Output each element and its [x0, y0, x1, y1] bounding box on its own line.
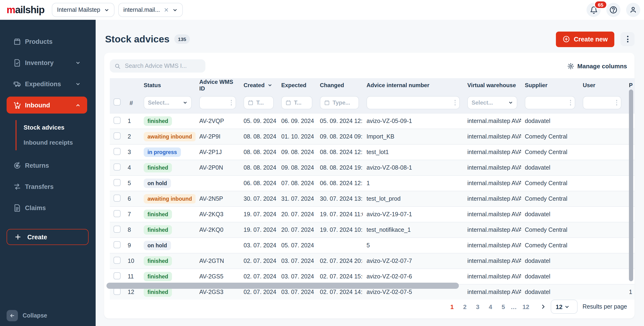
- sidebar-item-claims[interactable]: Claims: [6, 199, 87, 216]
- table-row[interactable]: 7finishedAV-2KQ319. 07. 202420. 07. 2024…: [110, 206, 634, 222]
- table-row[interactable]: 11finishedAV-2GS502. 07. 202403. 07. 202…: [110, 269, 634, 284]
- cell-user: [579, 238, 625, 253]
- cell-expected: 01. 10. 2024: [278, 129, 316, 144]
- cell-user: [579, 176, 625, 191]
- sidebar-subitem-inbound-receipts[interactable]: Inbound receipts: [24, 135, 96, 150]
- table-row[interactable]: 6awaiting inboundAV-2N5P30. 07. 202431. …: [110, 191, 634, 206]
- table-row[interactable]: 10finishedAV-2GTN02. 07. 202403. 07. 202…: [110, 253, 634, 269]
- col-header-user[interactable]: User: [579, 78, 625, 92]
- row-checkbox[interactable]: [114, 210, 120, 217]
- row-checkbox[interactable]: [114, 272, 120, 279]
- wms-filter-input[interactable]: [199, 96, 236, 109]
- sidebar-subitem-stock-advices[interactable]: Stock advices: [24, 120, 96, 135]
- help-button[interactable]: [606, 3, 620, 17]
- user-filter-input[interactable]: [583, 96, 622, 109]
- row-checkbox[interactable]: [114, 148, 120, 155]
- col-header-changed[interactable]: Changed: [316, 78, 363, 92]
- filter-internal: [363, 92, 464, 113]
- row-checkbox[interactable]: [114, 226, 120, 233]
- clear-icon[interactable]: [164, 8, 168, 12]
- supplier-filter-input[interactable]: [525, 96, 575, 109]
- cell-checkbox: [110, 176, 124, 191]
- table-row[interactable]: 4finishedAV-2P0N08. 08. 202409. 08. 2024…: [110, 160, 634, 176]
- page-button[interactable]: 3: [471, 303, 484, 310]
- organization-dropdown[interactable]: Internal Mailstep: [52, 3, 114, 17]
- profile-button[interactable]: [626, 3, 640, 17]
- organization-dropdown-value: Internal Mailstep: [57, 6, 100, 13]
- col-header-status[interactable]: Status: [140, 78, 196, 92]
- select-all-checkbox[interactable]: [114, 98, 120, 106]
- cell-num: 9: [124, 238, 140, 253]
- internal-filter-input[interactable]: [366, 96, 460, 109]
- column-header-row: Status Advice WMS ID Created Expected Ch…: [110, 78, 634, 92]
- created-filter-input[interactable]: T...: [244, 96, 274, 109]
- create-new-button[interactable]: Create new: [556, 31, 614, 47]
- chevron-down-icon: [104, 7, 109, 12]
- page-actions-button[interactable]: [620, 32, 634, 46]
- cell-expected: 20. 07. 2024: [278, 206, 316, 222]
- row-checkbox[interactable]: [114, 257, 120, 264]
- changed-filter-input[interactable]: Type...: [320, 96, 359, 109]
- page-button[interactable]: 2: [458, 303, 471, 310]
- sidebar-item-inbound[interactable]: Inbound: [6, 96, 87, 114]
- cell-internal: avizo-VZ-02-07-7: [363, 253, 464, 269]
- cell-supplier: Comedy Central: [521, 238, 579, 253]
- col-header-vw[interactable]: Virtual warehouse: [464, 78, 521, 92]
- cell-vw: internal.mailstep AVAILABL: [464, 160, 521, 176]
- warehouse-filter-chip[interactable]: internal.mail...: [118, 3, 182, 17]
- vw-filter-select[interactable]: Select...: [467, 96, 517, 109]
- search-input[interactable]: [124, 62, 201, 70]
- table-row[interactable]: 9on hold03. 07. 202405. 07. 20245interna…: [110, 238, 634, 253]
- table-row[interactable]: 2awaiting inboundAV-2P9I08. 08. 202401. …: [110, 129, 634, 144]
- sidebar-item-returns[interactable]: Returns: [6, 157, 87, 174]
- col-header-expected[interactable]: Expected: [278, 78, 316, 92]
- table-row[interactable]: 8finishedAV-2KQ019. 07. 202420. 07. 2024…: [110, 222, 634, 238]
- row-checkbox[interactable]: [114, 132, 120, 140]
- col-header-internal[interactable]: Advice internal number: [363, 78, 464, 92]
- sort-chevron-down-icon[interactable]: [267, 83, 272, 88]
- cell-created: 08. 08. 2024: [240, 144, 278, 160]
- row-checkbox[interactable]: [114, 179, 120, 186]
- cell-checkbox: [110, 222, 124, 238]
- page-button[interactable]: 1: [446, 303, 458, 310]
- kebab-icon[interactable]: [570, 100, 571, 106]
- page-button[interactable]: 5: [497, 303, 510, 310]
- filter-created: T...: [240, 92, 278, 113]
- row-checkbox[interactable]: [114, 194, 120, 202]
- table-row[interactable]: 5on hold06. 08. 202407. 08. 202406. 08. …: [110, 176, 634, 191]
- row-checkbox[interactable]: [114, 164, 120, 170]
- row-checkbox[interactable]: [114, 117, 120, 124]
- kebab-icon[interactable]: [230, 100, 232, 106]
- sidebar-item-products[interactable]: Products: [6, 33, 87, 50]
- sidebar-item-inventory[interactable]: Inventory: [6, 54, 87, 71]
- sidebar-collapse[interactable]: Collapse: [6, 310, 47, 321]
- manage-columns-button[interactable]: Manage columns: [567, 62, 627, 70]
- page-button[interactable]: 4: [484, 303, 497, 310]
- col-header-supplier[interactable]: Supplier: [521, 78, 579, 92]
- cell-status: awaiting inbound: [140, 129, 196, 144]
- kebab-icon[interactable]: [616, 100, 617, 106]
- expected-filter-input[interactable]: T...: [281, 96, 312, 109]
- table-row[interactable]: 1finishedAV-2VQP05. 09. 202406. 09. 2024…: [110, 113, 634, 129]
- status-filter-select[interactable]: Select...: [144, 96, 192, 109]
- cell-created: 02. 07. 2024: [240, 269, 278, 284]
- row-checkbox[interactable]: [114, 241, 120, 248]
- cell-user: [579, 284, 625, 300]
- notifications-button[interactable]: 65: [586, 3, 601, 17]
- vertical-scrollbar[interactable]: [629, 90, 633, 281]
- sidebar-item-transfers[interactable]: Transfers: [6, 178, 87, 195]
- table-row[interactable]: 3in progressAV-2P1J08. 08. 202409. 08. 2…: [110, 144, 634, 160]
- row-checkbox[interactable]: [114, 288, 120, 295]
- col-header-created[interactable]: Created: [240, 78, 278, 92]
- page-button[interactable]: 12: [518, 303, 534, 310]
- horizontal-scrollbar[interactable]: [106, 283, 459, 289]
- cell-vw: internal.mailstep AVAILABL: [464, 206, 521, 222]
- search-box[interactable]: [110, 59, 206, 72]
- next-page-button[interactable]: [534, 304, 551, 310]
- cell-status: finished: [140, 160, 196, 176]
- sidebar-create-button[interactable]: Create: [6, 229, 88, 245]
- kebab-icon[interactable]: [454, 100, 456, 106]
- sidebar-item-expeditions[interactable]: Expeditions: [6, 76, 87, 92]
- col-header-wms[interactable]: Advice WMS ID: [196, 78, 240, 92]
- per-page-select[interactable]: 12: [551, 300, 578, 314]
